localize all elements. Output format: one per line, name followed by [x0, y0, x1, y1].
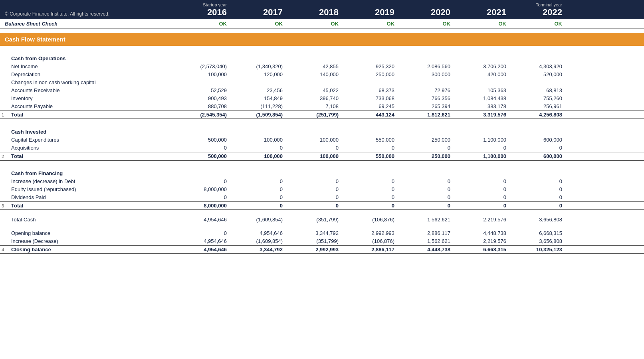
capex-2020: 250,000 — [399, 137, 455, 143]
ok-2021: OK — [455, 21, 511, 27]
ar-2022: 68,813 — [511, 87, 567, 93]
year-col-2016: Startup year 2016 — [176, 2, 232, 18]
ap-2018: 7,108 — [287, 103, 343, 109]
acquisitions-row: Acquisitions 0 0 0 0 0 0 0 — [0, 144, 644, 152]
ops-title: Cash from Operations — [8, 55, 176, 61]
header-years: Startup year 2016 2017 2018 2019 2020 — [176, 2, 644, 18]
equity-2018: 0 — [287, 186, 343, 192]
opening-2022: 6,668,315 — [511, 230, 567, 236]
main-container: © Corporate Finance Institute. All right… — [0, 0, 644, 359]
financing-total-row: 3 Total 8,000,000 0 0 0 0 0 0 — [0, 201, 644, 210]
ap-label: Accounts Payable — [8, 103, 176, 109]
year-2019: 2019 — [343, 7, 394, 18]
row-number-1: 1 — [0, 112, 8, 117]
opening-2016: 0 — [176, 230, 232, 236]
depreciation-2022: 520,000 — [511, 71, 567, 77]
ar-label: Accounts Receivable — [8, 87, 176, 93]
startup-label: Startup year — [176, 2, 227, 7]
equity-2019: 0 — [343, 186, 399, 192]
debt-row: Increase (decrease) in Debt 0 0 0 0 0 0 … — [0, 178, 644, 185]
ok-2019: OK — [343, 21, 399, 27]
acquisitions-2018: 0 — [287, 145, 343, 151]
net-income-2019: 925,320 — [343, 63, 399, 69]
closing-2016: 4,954,646 — [176, 247, 232, 252]
financing-title: Cash from Financing — [8, 170, 176, 176]
financing-total-2020: 0 — [399, 203, 455, 209]
spacer-4 — [0, 210, 644, 216]
total-cash-2018: (351,799) — [287, 217, 343, 223]
net-income-label: Net Income — [8, 63, 176, 69]
acquisitions-2017: 0 — [232, 145, 287, 151]
opening-2017: 4,954,646 — [232, 230, 287, 236]
opening-balance-row: Opening balance 0 4,954,646 3,344,792 2,… — [0, 229, 644, 237]
ops-total-2021: 3,319,576 — [455, 112, 511, 118]
spacer-5 — [0, 224, 644, 229]
inventory-2020: 766,356 — [399, 95, 455, 101]
increase-2020: 1,562,621 — [399, 238, 455, 244]
ap-2022: 256,961 — [511, 103, 567, 109]
total-cash-2021: 2,219,576 — [455, 217, 511, 223]
terminal-label: Terminal year — [511, 2, 562, 7]
ops-total-label: Total — [8, 112, 176, 118]
increase-2016: 4,954,646 — [176, 238, 232, 244]
balance-check-label: Balance Sheet Check — [0, 21, 176, 27]
capex-2022: 600,000 — [511, 137, 567, 143]
inventory-2022: 755,260 — [511, 95, 567, 101]
year-2018: 2018 — [287, 7, 339, 18]
increase-2022: 3,656,808 — [511, 238, 567, 244]
depreciation-2016: 100,000 — [176, 71, 232, 77]
invested-total-2019: 550,000 — [343, 153, 399, 159]
balance-check-row: Balance Sheet Check OK OK OK OK OK OK OK — [0, 19, 644, 29]
equity-row: Equity Issued (repurchased) 8,000,000 0 … — [0, 185, 644, 193]
depreciation-2020: 300,000 — [399, 71, 455, 77]
inventory-label: Inventory — [8, 95, 176, 101]
invested-total-2022: 600,000 — [511, 153, 567, 159]
invested-total-2021: 1,100,000 — [455, 153, 511, 159]
closing-2022: 10,325,123 — [511, 247, 567, 252]
total-cash-2019: (106,876) — [343, 217, 399, 223]
inventory-row: Inventory 900,493 154,849 396,740 733,06… — [0, 95, 644, 103]
ok-2022: OK — [511, 21, 567, 27]
dividends-2016: 0 — [176, 194, 232, 200]
depreciation-label: Depreciation — [8, 71, 176, 77]
inventory-2018: 396,740 — [287, 95, 343, 101]
debt-2022: 0 — [511, 178, 567, 184]
year-col-2022: Terminal year 2022 — [511, 2, 567, 18]
ar-2018: 45,022 — [287, 87, 343, 93]
capex-2017: 100,000 — [232, 137, 287, 143]
net-income-row: Net Income (2,573,040) (1,340,320) 42,85… — [0, 63, 644, 71]
ar-row: Accounts Receivable 52,529 23,456 45,022… — [0, 87, 644, 95]
closing-2017: 3,344,792 — [232, 247, 287, 252]
ar-2019: 68,373 — [343, 87, 399, 93]
financing-total-2019: 0 — [343, 203, 399, 209]
equity-2016: 8,000,000 — [176, 186, 232, 192]
acquisitions-2020: 0 — [399, 145, 455, 151]
acquisitions-2016: 0 — [176, 145, 232, 151]
debt-2016: 0 — [176, 178, 232, 184]
row-number-2: 2 — [0, 154, 8, 159]
capex-2018: 100,000 — [287, 137, 343, 143]
financing-total-label: Total — [8, 203, 176, 209]
balance-check-values: OK OK OK OK OK OK OK — [176, 21, 644, 27]
ops-section-title: Cash from Operations — [0, 51, 644, 63]
net-income-2018: 42,855 — [287, 63, 343, 69]
invested-title: Cash Invested — [8, 129, 176, 135]
invested-section-title: Cash Invested — [0, 125, 644, 136]
year-col-2021: 2021 — [455, 2, 511, 18]
row-number-4: 4 — [0, 247, 8, 252]
ar-2020: 72,976 — [399, 87, 455, 93]
opening-2018: 3,344,792 — [287, 230, 343, 236]
opening-2020: 2,886,117 — [399, 230, 455, 236]
year-2016: 2016 — [176, 7, 227, 18]
year-col-2018: 2018 — [287, 2, 343, 18]
acquisitions-2022: 0 — [511, 145, 567, 151]
debt-label: Increase (decrease) in Debt — [8, 178, 176, 184]
total-cash-2017: (1,609,854) — [232, 217, 287, 223]
closing-2021: 6,668,315 — [455, 247, 511, 252]
ap-2019: 69,245 — [343, 103, 399, 109]
ops-total-2018: (251,799) — [287, 112, 343, 118]
total-cash-2022: 3,656,808 — [511, 217, 567, 223]
ops-total-row: 1 Total (2,545,354) (1,509,854) (251,799… — [0, 110, 644, 119]
invested-total-2020: 250,000 — [399, 153, 455, 159]
acquisitions-2019: 0 — [343, 145, 399, 151]
